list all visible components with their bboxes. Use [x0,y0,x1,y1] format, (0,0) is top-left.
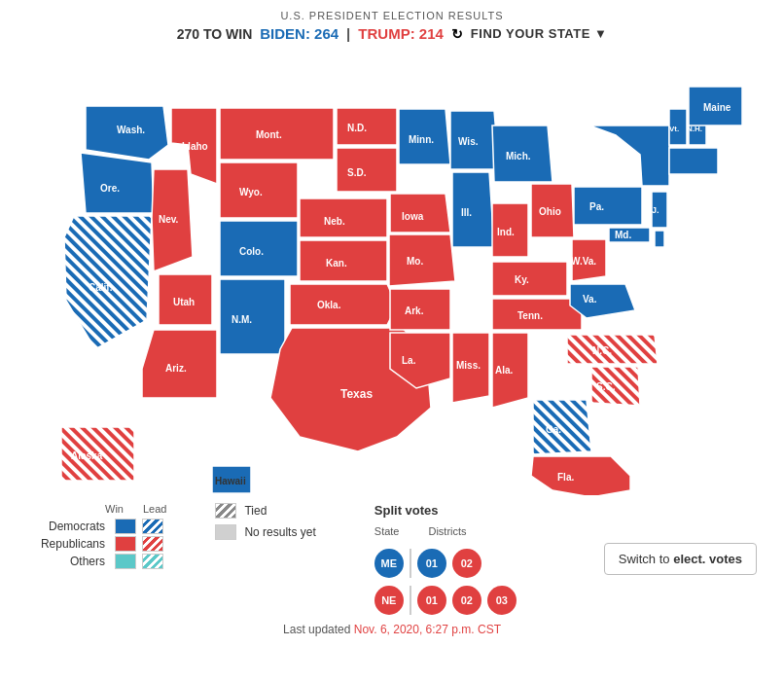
svg-marker-56 [492,126,552,182]
last-updated: Last updated Nov. 6, 2020, 6:27 p.m. CST [283,623,501,636]
svg-marker-40 [399,109,450,164]
republicans-legend: Republicans [27,536,166,552]
democrats-legend: Democrats [27,519,166,534]
svg-marker-44 [389,234,455,286]
svg-marker-74 [591,367,640,406]
tied-label: Tied [244,504,267,518]
us-election-map: Wash. Ore. Calif. Nev. Idaho Utah Ariz. … [8,48,776,495]
svg-marker-6 [86,106,168,160]
tied-swatch [215,503,236,519]
split-districts-header: Districts [428,525,466,537]
svg-marker-60 [492,262,567,296]
svg-marker-50 [450,111,499,169]
svg-marker-58 [492,203,528,257]
svg-marker-98 [212,466,251,493]
legend-tied-section: Tied No results yet [215,503,315,540]
svg-marker-16 [159,274,212,325]
others-lead-swatch [142,554,163,569]
svg-marker-72 [567,335,658,364]
me-badge: ME [374,549,404,578]
democrats-lead-swatch [142,519,163,534]
svg-text:N.Y.: N.Y. [613,151,631,162]
svg-marker-88 [655,231,664,247]
svg-marker-34 [300,240,387,281]
svg-marker-32 [300,198,387,237]
split-votes-section: Split votes State Districts ME 01 02 NE … [374,503,517,615]
lead-header: Lead [143,503,166,515]
split-votes-title: Split votes [374,503,517,518]
no-results-swatch [215,524,236,540]
svg-marker-36 [290,284,397,325]
legend-left: Win Lead Democrats Republicans Others [27,503,166,569]
ne-03-badge: 03 [487,586,517,615]
svg-marker-10 [64,216,152,349]
svg-marker-28 [337,108,397,145]
svg-marker-64 [492,333,528,408]
no-results-label: No results yet [244,525,315,539]
split-state-header: State [374,525,400,537]
svg-marker-22 [220,162,298,218]
legend-area: Win Lead Democrats Republicans Others Ti… [8,503,776,615]
split-divider [410,549,411,578]
svg-marker-26 [220,279,285,354]
last-updated-date[interactable]: Nov. 6, 2020, 6:27 p.m. CST [354,623,501,636]
republicans-win-swatch [115,536,136,552]
switch-electoral-button[interactable]: Switch to Switch to elect. voteselect. v… [604,543,757,575]
svg-marker-8 [81,153,154,213]
ne-badge: NE [374,586,404,615]
svg-marker-20 [220,108,334,160]
svg-marker-18 [142,330,217,398]
biden-score: BIDEN: 264 [260,25,339,42]
others-win-swatch [115,554,136,569]
svg-marker-30 [337,148,397,192]
svg-marker-62 [492,299,582,330]
svg-marker-76 [533,400,591,454]
svg-marker-93 [689,87,742,126]
svg-marker-52 [452,172,494,247]
svg-marker-78 [531,456,630,495]
me-01-badge: 01 [417,549,446,578]
svg-marker-82 [589,126,669,186]
split-divider-ne [410,586,411,615]
svg-marker-54 [452,333,489,403]
tied-row: Tied [215,503,315,519]
democrats-label: Democrats [27,520,105,533]
svg-marker-12 [152,169,193,271]
find-state-button[interactable]: FIND YOUR STATE ▼ [471,26,607,41]
democrats-win-swatch [115,519,136,534]
trump-score: TRUMP: 214 [358,25,444,42]
svg-marker-66 [531,184,574,237]
split-row-me: ME 01 02 [374,549,517,578]
others-legend: Others [27,554,166,569]
svg-marker-84 [609,228,650,242]
ne-01-badge: 01 [417,586,446,615]
svg-marker-80 [574,187,642,225]
svg-marker-70 [570,284,635,318]
svg-marker-86 [652,192,667,228]
svg-marker-68 [572,239,606,281]
ne-02-badge: 02 [452,586,481,615]
refresh-icon[interactable]: ↻ [451,26,463,42]
win-header: Win [105,503,124,515]
svg-marker-96 [61,427,134,481]
me-02-badge: 02 [452,549,481,578]
svg-marker-89 [669,109,687,145]
svg-marker-95 [669,148,718,174]
svg-marker-24 [220,221,298,276]
republicans-label: Republicans [27,537,105,551]
republicans-lead-swatch [142,536,163,552]
page-title: U.S. PRESIDENT ELECTION RESULTS [280,10,503,21]
others-label: Others [27,555,105,568]
svg-marker-46 [390,289,450,330]
label-270: 270 TO WIN [177,26,253,42]
no-results-row: No results yet [215,524,315,540]
chevron-down-icon: ▼ [594,26,607,41]
svg-marker-42 [390,194,450,233]
split-row-ne: NE 01 02 03 [374,586,517,615]
